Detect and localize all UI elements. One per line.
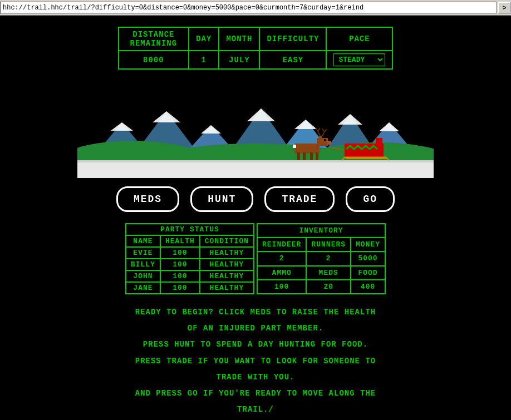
difficulty-header: DIFFICULTY	[259, 27, 326, 51]
inv-h-runners: RUNNERS	[306, 238, 351, 251]
address-bar: >	[0, 0, 511, 16]
trade-button[interactable]: TRADE	[264, 186, 335, 212]
table-row: 2 2 5000	[257, 251, 385, 265]
difficulty-value: EASY	[259, 51, 326, 69]
inv-h-ammo: AMMO	[257, 266, 306, 280]
svg-rect-33	[310, 152, 313, 160]
party-row-3-health: 100	[160, 282, 200, 294]
inv-money-val: 5000	[351, 251, 385, 265]
svg-rect-34	[316, 152, 318, 160]
party-status-title: PARTY STATUS	[126, 224, 254, 235]
url-input[interactable]	[0, 2, 497, 14]
hunt-button[interactable]: HUNT	[190, 186, 253, 212]
day-value: 1	[189, 51, 219, 69]
party-row-2-condition: HEALTHY	[200, 270, 254, 282]
go-button[interactable]: >	[498, 2, 511, 14]
instruction-line-1b: OF AN INJURED PART MEMBER.	[135, 322, 376, 335]
party-status-table: PARTY STATUS NAME HEALTH CONDITION EVIE …	[125, 223, 254, 294]
svg-rect-23	[319, 136, 322, 139]
instruction-line-4b: TRAIL./	[135, 403, 376, 417]
day-header: DAY	[189, 27, 219, 51]
game-scene	[77, 78, 434, 178]
instruction-line-1: READY TO BEGIN? CLICK MEDS TO RAISE THE …	[135, 305, 376, 319]
inv-meds-val: 20	[306, 280, 351, 294]
svg-rect-35	[293, 145, 296, 148]
party-row-1-name: BILLY	[126, 259, 160, 270]
remaining-label: REMAINING	[130, 39, 178, 48]
party-row-0-condition: HEALTHY	[200, 247, 254, 259]
action-buttons: MEDS HUNT TRADE GO	[116, 186, 395, 212]
inv-reindeer-val: 2	[257, 251, 306, 265]
party-row-0-name: EVIE	[126, 247, 160, 259]
party-name-header: NAME	[126, 235, 160, 247]
table-row: JANE 100 HEALTHY	[126, 282, 254, 294]
party-row-1-health: 100	[160, 259, 200, 270]
inv-h-reindeer: REINDEER	[257, 238, 306, 251]
inv-h-food: FOOD	[351, 266, 385, 280]
inventory-table: INVENTORY REINDEER RUNNERS MONEY 2 2 500…	[257, 223, 386, 294]
svg-rect-32	[303, 152, 306, 160]
party-row-0-health: 100	[160, 247, 200, 259]
party-health-header: HEALTH	[160, 235, 200, 247]
game-container: DISTANCE REMAINING DAY MONTH DIFFICULTY …	[0, 16, 511, 420]
svg-rect-18	[77, 160, 434, 178]
instruction-line-3b: TRADE WITH YOU.	[135, 370, 376, 384]
svg-rect-20	[294, 144, 320, 154]
table-row: EVIE 100 HEALTHY	[126, 247, 254, 259]
instruction-line-3: PRESS TRADE IF YOU WANT TO LOOK FOR SOME…	[135, 354, 376, 368]
status-area: PARTY STATUS NAME HEALTH CONDITION EVIE …	[125, 223, 386, 294]
table-row: 100 20 400	[257, 280, 385, 294]
inv-h-meds: MEDS	[306, 266, 351, 280]
distance-label: DISTANCE	[132, 30, 174, 39]
svg-rect-31	[297, 152, 300, 160]
party-row-3-name: JANE	[126, 282, 160, 294]
inv-ammo-val: 100	[257, 280, 306, 294]
meds-button[interactable]: MEDS	[116, 186, 179, 212]
instruction-line-2: PRESS HUNT TO SPEND A DAY HUNTING FOR FO…	[135, 338, 376, 352]
party-row-3-condition: HEALTHY	[200, 282, 254, 294]
pace-header: PACE	[326, 27, 392, 51]
svg-rect-22	[327, 141, 331, 145]
inv-food-val: 400	[351, 280, 385, 294]
inv-runners-val: 2	[306, 251, 351, 265]
go-action-button[interactable]: GO	[346, 186, 395, 212]
party-row-2-health: 100	[160, 270, 200, 282]
inventory-title: INVENTORY	[257, 224, 385, 238]
pace-cell[interactable]: STEADY FAST SLOW GRUELING	[326, 51, 392, 69]
stats-table: DISTANCE REMAINING DAY MONTH DIFFICULTY …	[118, 27, 394, 70]
month-header: MONTH	[219, 27, 259, 51]
inv-h-money: MONEY	[351, 238, 385, 251]
svg-rect-19	[77, 160, 434, 162]
svg-rect-24	[324, 139, 326, 141]
pace-select[interactable]: STEADY FAST SLOW GRUELING	[333, 53, 385, 66]
party-row-1-condition: HEALTHY	[200, 259, 254, 270]
instruction-line-4: AND PRESS GO IF YOU'RE READY TO MOVE ALO…	[135, 387, 376, 401]
month-value: JULY	[219, 51, 259, 69]
party-row-2-name: JOHN	[126, 270, 160, 282]
table-row: BILLY 100 HEALTHY	[126, 259, 254, 270]
table-row: JOHN 100 HEALTHY	[126, 270, 254, 282]
distance-number: 8000	[119, 51, 189, 69]
svg-rect-21	[317, 138, 328, 146]
instructions-text: READY TO BEGIN? CLICK MEDS TO RAISE THE …	[135, 305, 376, 419]
party-condition-header: CONDITION	[200, 235, 254, 247]
